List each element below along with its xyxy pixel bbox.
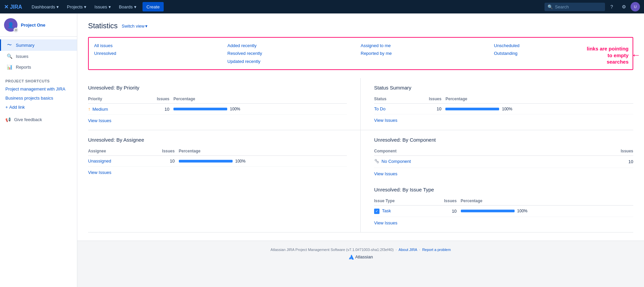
view-issues-assignee-link[interactable]: View Issues [88,170,111,175]
alert-col-1: All issues Unresolved [94,42,228,65]
assignee-unassigned-link[interactable]: Unassigned [88,156,144,167]
component-col-header: Component [374,147,567,156]
unresolved-by-assignee-section: Unresolved: By Assignee Assignee Issues … [88,130,361,232]
sidebar-item-issues[interactable]: 🔍 Issues [0,51,77,62]
shortcut-link-1[interactable]: Project management with JIRA [0,84,77,94]
task-link[interactable]: Task [382,208,391,213]
search-box[interactable]: 🔍 [545,3,605,11]
sidebar-item-summary[interactable]: 〜 Summary [0,39,77,51]
task-icon: ✓ [374,209,379,214]
nav-right: 🔍 ? ⚙ U [545,1,640,12]
annotation-text: links are pointingto emptysearches [587,45,629,65]
alert-link-assigned-to-me[interactable]: Assigned to me [361,42,494,49]
issue-type-issues-col-header: Issues [425,196,456,206]
percentage-col-header: Percentage [169,95,347,104]
status-summary-title: Status Summary [374,85,633,91]
status-todo-link[interactable]: To Do [374,104,407,114]
unresolved-by-priority-table: Priority Issues Percentage ↑ Medium [88,95,347,115]
give-feedback-button[interactable]: 📢 Give feedback [0,114,77,125]
status-issues-col-header: Issues [407,95,441,104]
alert-link-reported-by-me[interactable]: Reported by me [361,49,494,57]
atlassian-logo: Atlassian [84,254,637,260]
table-row: To Do 10 100% [374,104,633,114]
alert-link-unresolved[interactable]: Unresolved [94,49,228,57]
plus-icon: + [5,105,8,110]
create-button[interactable]: Create [143,2,164,11]
unresolved-by-component-section: Unresolved: By Component Component Issue… [361,130,633,232]
issues-col-header: Issues [138,95,169,104]
page-title: Statistics [88,22,118,30]
add-link-button[interactable]: + Add link [0,103,77,112]
component-no-component-link[interactable]: No Component [381,159,411,164]
svg-point-2 [377,162,379,163]
project-header: 👤 ⚙ Project One [0,13,77,37]
atlassian-icon [349,254,354,260]
settings-button[interactable]: ⚙ [618,1,629,12]
alert-link-added-recently[interactable]: Added recently [228,42,361,49]
issue-type-col-header: Issue Type [374,196,425,206]
issue-type-cell: ✓ Task [374,206,425,217]
summary-icon: 〜 [6,42,12,48]
assignee-issues-col-header: Issues [144,147,175,156]
component-issues-count: 10 [567,156,633,168]
annotation-arrow-icon: ← [631,50,641,61]
unresolved-by-priority-title: Unresolved: By Priority [88,85,347,91]
search-input[interactable] [555,4,595,9]
chevron-down-icon: ▾ [145,24,148,29]
progress-label: 100% [230,107,240,111]
assignee-issues-count: 10 [144,156,175,167]
assignee-percentage-col-header: Percentage [175,147,347,156]
nav-boards[interactable]: Boards ▾ [116,0,140,13]
view-issues-priority-link[interactable]: View Issues [88,118,111,123]
unresolved-by-component-table: Component Issues [374,147,633,168]
unresolved-by-issue-type-title: Unresolved: By Issue Type [374,187,633,192]
progress-bar [173,108,227,110]
assignee-progress-bar [179,160,233,163]
view-issues-type-link[interactable]: View Issues [374,220,397,225]
status-percentage-bar: 100% [441,104,633,114]
alert-link-resolved-recently[interactable]: Resolved recently [228,49,361,57]
alert-link-all-issues[interactable]: All issues [94,42,228,49]
view-issues-status-link[interactable]: View Issues [374,118,397,123]
sidebar: 👤 ⚙ Project One 〜 Summary 🔍 Issues 📊 Rep… [0,13,77,287]
user-avatar[interactable]: U [631,2,640,11]
help-button[interactable]: ? [606,1,617,12]
issue-type-progress-bar [461,210,515,212]
alert-links-box: All issues Unresolved Added recently Res… [88,37,633,70]
svg-text:✕ JIRA: ✕ JIRA [4,4,22,10]
nav-dashboards[interactable]: Dashboards ▾ [28,0,62,13]
project-name[interactable]: Project One [21,23,45,28]
component-issues-col-header: Issues [567,147,633,156]
status-percentage-col-header: Percentage [441,95,633,104]
issues-icon: 🔍 [6,53,12,59]
issue-type-percentage-bar: 100% [457,206,633,217]
page-title-row: Statistics Switch view ▾ [88,22,633,30]
status-progress-bar [445,108,499,110]
page-wrapper: 👤 ⚙ Project One 〜 Summary 🔍 Issues 📊 Rep… [0,13,644,287]
view-issues-component-link[interactable]: View Issues [374,171,397,176]
reports-icon: 📊 [6,64,12,70]
assignee-progress-label: 100% [235,159,246,164]
search-icon: 🔍 [548,4,553,9]
alert-col-3: Assigned to me Reported by me [361,42,494,65]
jira-logo[interactable]: ✕ JIRA [4,3,24,11]
top-navigation: ✕ JIRA Dashboards ▾ Projects ▾ Issues ▾ … [0,0,644,13]
alert-link-updated-recently[interactable]: Updated recently [228,58,361,65]
table-row: ✓ Task 10 100% [374,206,633,217]
shortcut-link-2[interactable]: Business projects basics [0,94,77,103]
svg-line-3 [376,161,378,162]
report-problem-link[interactable]: Report a problem [422,248,451,252]
about-jira-link[interactable]: About JIRA [399,248,417,252]
project-avatar: 👤 ⚙ [4,18,17,32]
sidebar-item-reports[interactable]: 📊 Reports [0,62,77,72]
table-row: Unassigned 10 100% [88,156,347,167]
main-wrapper: Statistics Switch view ▾ All issues Unre… [77,13,644,287]
switch-view-button[interactable]: Switch view ▾ [122,24,148,29]
unresolved-by-issue-type-table: Issue Type Issues Percentage ✓ [374,196,633,217]
nav-issues[interactable]: Issues ▾ [91,0,114,13]
nav-projects[interactable]: Projects ▾ [64,0,90,13]
unresolved-by-priority-section: Unresolved: By Priority Priority Issues … [88,78,361,130]
alert-col-2: Added recently Resolved recently Updated… [228,42,361,65]
footer: Atlassian JIRA Project Management Softwa… [77,241,644,266]
priority-medium-link[interactable]: Medium [92,107,108,112]
